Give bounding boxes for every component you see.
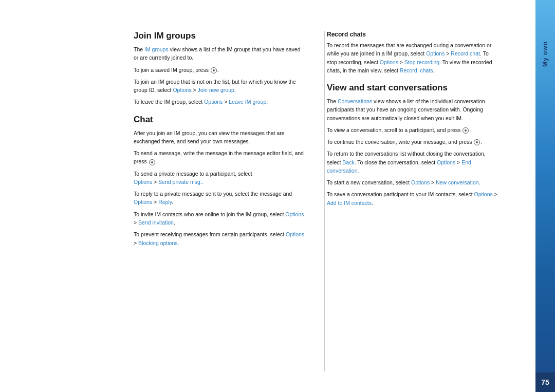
options-link-leave[interactable]: Options [204, 99, 223, 105]
options-link-blocking[interactable]: Options [286, 231, 304, 237]
chat-para6: To prevent receiving messages from certa… [134, 230, 306, 247]
chat-title: Chat [134, 115, 306, 125]
chat-para3: To send a private message to a participa… [134, 170, 306, 186]
chat-para1: After you join an IM group, you can view… [134, 129, 306, 146]
join-im-groups-title: Join IM groups [134, 31, 306, 41]
im-groups-link1[interactable]: IM groups [144, 46, 169, 52]
options-link-invite[interactable]: Options [285, 211, 304, 217]
send-invitation-link[interactable]: Send invitation [138, 219, 174, 226]
options-link-end[interactable]: Options [437, 159, 455, 165]
record-chats-section: Record chats To record the messages that… [327, 31, 499, 74]
view-start-para4: To return to the conversations list with… [327, 150, 499, 175]
content-area: Join IM groups The IM groups view shows … [0, 0, 535, 392]
reply-link[interactable]: Reply [158, 199, 172, 205]
view-start-para1: The Conversations view shows a list of t… [327, 97, 499, 122]
ok-button-icon2 [149, 159, 155, 165]
view-start-para5: To start a new conversation, select Opti… [327, 178, 499, 186]
chat-section: Chat After you join an IM group, you can… [134, 115, 306, 247]
new-conversation-link[interactable]: New conversation [436, 179, 478, 185]
chat-para5: To invite IM contacts who are online to … [134, 210, 306, 227]
ok-button-icon [211, 67, 217, 73]
join-im-groups-para4: To leave the IM group, select Options > … [134, 98, 306, 106]
options-link-reply[interactable]: Options [134, 199, 152, 205]
options-link-join[interactable]: Options [173, 87, 191, 93]
page-container: Join IM groups The IM groups view shows … [0, 0, 555, 392]
join-im-groups-para3: To join an IM group that is not on the l… [134, 78, 306, 95]
options-link-record[interactable]: Options [426, 50, 445, 57]
join-im-groups-para2: To join a saved IM group, press . [134, 66, 306, 74]
blocking-options-link[interactable]: Blocking options [138, 240, 177, 246]
options-link-new[interactable]: Options [411, 179, 430, 185]
view-start-para3: To continue the conversation, write your… [327, 138, 499, 146]
join-im-groups-para1: The IM groups view shows a list of the I… [134, 45, 306, 62]
side-tab: My own 75 [535, 0, 555, 392]
view-start-conversations-section: View and start conversations The Convers… [327, 83, 499, 207]
page-number: 75 [535, 372, 555, 392]
right-column: Record chats To record the messages that… [327, 31, 499, 255]
ok-button-icon4 [474, 139, 480, 145]
options-link-add[interactable]: Options [474, 191, 493, 197]
chat-para4: To reply to a private message sent to yo… [134, 190, 306, 207]
record-chats-para1: To record the messages that are exchange… [327, 41, 499, 74]
options-link-private[interactable]: Options [134, 179, 152, 185]
left-column: Join IM groups The IM groups view shows … [134, 31, 306, 255]
chat-para2: To send a message, write the message in … [134, 149, 306, 166]
join-new-group-link[interactable]: Join new group [198, 87, 234, 93]
leave-im-group-link[interactable]: Leave IM group [229, 99, 266, 105]
view-start-conversations-title: View and start conversations [327, 83, 499, 93]
ok-button-icon3 [462, 127, 469, 134]
record-chats-link[interactable]: Record. chats [400, 67, 433, 73]
view-start-para2: To view a conversation, scroll to a part… [327, 126, 499, 134]
view-start-para6: To save a conversation participant to yo… [327, 190, 499, 207]
record-chats-subtitle: Record chats [327, 31, 499, 38]
send-private-msg-link[interactable]: Send private msg.. [158, 179, 203, 185]
record-chat-link[interactable]: Record chat [451, 50, 480, 57]
options-link-stop[interactable]: Options [380, 59, 398, 65]
join-im-groups-section: Join IM groups The IM groups view shows … [134, 31, 306, 106]
conversations-link[interactable]: Conversations [338, 98, 372, 104]
side-tab-label: My own [542, 31, 549, 77]
stop-recording-link[interactable]: Stop recording [404, 59, 439, 65]
add-to-im-contacts-link[interactable]: Add to IM contacts [327, 200, 372, 206]
back-link[interactable]: Back [342, 159, 354, 165]
